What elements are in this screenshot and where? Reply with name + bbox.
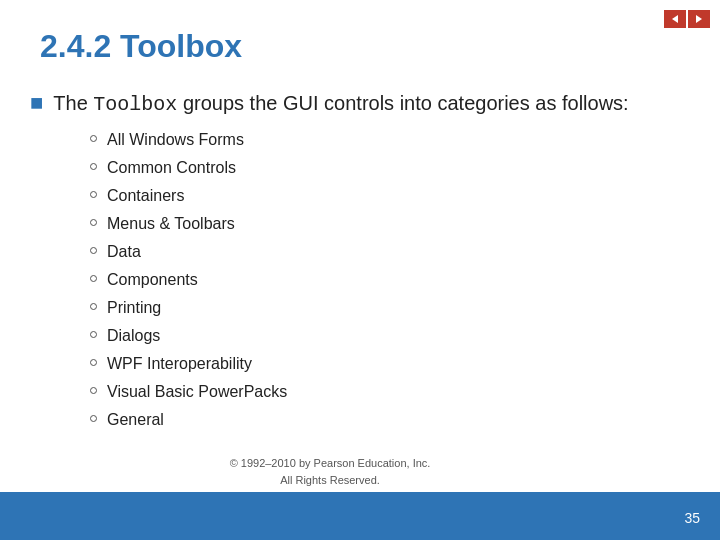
- sub-bullet-text: Menus & Toolbars: [107, 212, 235, 236]
- footer: © 1992–2010 by Pearson Education, Inc. A…: [0, 455, 660, 488]
- sub-bullet-item: Printing: [90, 296, 690, 320]
- sub-bullet-text: Printing: [107, 296, 161, 320]
- sub-bullet-circle: [90, 275, 97, 282]
- main-bullet-icon: ■: [30, 92, 43, 114]
- sub-bullet-item: Common Controls: [90, 156, 690, 180]
- sub-bullet-circle: [90, 387, 97, 394]
- sub-bullet-item: Menus & Toolbars: [90, 212, 690, 236]
- main-content: ■ The Toolbox groups the GUI controls in…: [30, 90, 690, 436]
- sub-bullet-text: Dialogs: [107, 324, 160, 348]
- sub-bullet-item: All Windows Forms: [90, 128, 690, 152]
- sub-bullet-text: Data: [107, 240, 141, 264]
- slide: 2.4.2 Toolbox ■ The Toolbox groups the G…: [0, 0, 720, 540]
- sub-bullet-item: Components: [90, 268, 690, 292]
- sub-bullets-list: All Windows FormsCommon ControlsContaine…: [90, 128, 690, 432]
- main-bullet-text: The Toolbox groups the GUI controls into…: [53, 90, 628, 118]
- next-button[interactable]: [688, 10, 710, 28]
- bottom-bar: [0, 492, 720, 540]
- sub-bullet-circle: [90, 135, 97, 142]
- prev-button[interactable]: [664, 10, 686, 28]
- sub-bullet-circle: [90, 303, 97, 310]
- svg-marker-1: [696, 15, 702, 23]
- sub-bullet-text: WPF Interoperability: [107, 352, 252, 376]
- sub-bullet-circle: [90, 359, 97, 366]
- sub-bullet-circle: [90, 247, 97, 254]
- sub-bullet-item: Containers: [90, 184, 690, 208]
- sub-bullet-text: Containers: [107, 184, 184, 208]
- sub-bullet-circle: [90, 219, 97, 226]
- sub-bullet-text: Common Controls: [107, 156, 236, 180]
- sub-bullet-text: Components: [107, 268, 198, 292]
- sub-bullet-item: Visual Basic PowerPacks: [90, 380, 690, 404]
- footer-line1: © 1992–2010 by Pearson Education, Inc.: [0, 455, 660, 472]
- sub-bullet-text: Visual Basic PowerPacks: [107, 380, 287, 404]
- sub-bullet-circle: [90, 191, 97, 198]
- nav-buttons: [664, 10, 710, 28]
- main-bullet-prefix: The: [53, 92, 93, 114]
- sub-bullet-item: WPF Interoperability: [90, 352, 690, 376]
- sub-bullet-text: All Windows Forms: [107, 128, 244, 152]
- slide-title: 2.4.2 Toolbox: [40, 28, 242, 65]
- footer-line2: All Rights Reserved.: [0, 472, 660, 489]
- sub-bullet-item: Data: [90, 240, 690, 264]
- sub-bullet-circle: [90, 163, 97, 170]
- page-number: 35: [684, 510, 700, 526]
- sub-bullet-item: General: [90, 408, 690, 432]
- main-bullet-suffix: groups the GUI controls into categories …: [177, 92, 628, 114]
- main-bullet-toolbox: Toolbox: [93, 93, 177, 116]
- sub-bullet-item: Dialogs: [90, 324, 690, 348]
- sub-bullet-text: General: [107, 408, 164, 432]
- main-bullet: ■ The Toolbox groups the GUI controls in…: [30, 90, 690, 118]
- sub-bullet-circle: [90, 331, 97, 338]
- svg-marker-0: [672, 15, 678, 23]
- sub-bullet-circle: [90, 415, 97, 422]
